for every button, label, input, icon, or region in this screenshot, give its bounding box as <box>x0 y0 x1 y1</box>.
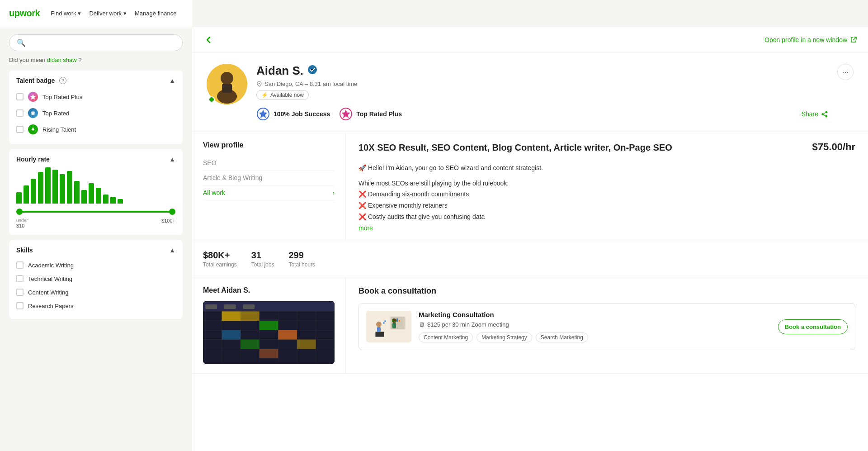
top-rated-icon <box>28 108 38 118</box>
page-layout: 🔍 aidan shaw Did you mean didan shaw ? T… <box>0 0 868 451</box>
view-profile-panel: View profile SEO Article & Blog Writing … <box>192 132 346 241</box>
did-you-mean-link[interactable]: didan shaw <box>47 57 77 63</box>
svg-point-47 <box>376 322 382 327</box>
talent-badge-header[interactable]: Talent badge ? ▲ <box>16 77 175 84</box>
talent-badge-filter: Talent badge ? ▲ Top Rated Plus Top Rate… <box>9 71 183 144</box>
more-link[interactable]: more <box>359 224 855 232</box>
video-thumbnail[interactable] <box>203 301 335 364</box>
open-profile-link[interactable]: Open profile in a new window <box>764 36 857 43</box>
back-button[interactable] <box>203 34 214 45</box>
range-handle-left[interactable] <box>16 209 23 215</box>
content-writing-checkbox[interactable] <box>16 289 24 296</box>
profile-nav-all-work[interactable]: All work › <box>203 185 335 200</box>
consult-title: Marketing Consultation <box>419 311 771 318</box>
svg-rect-44 <box>394 321 396 322</box>
chart-bar <box>67 171 72 204</box>
filter-item-rising-talent: Rising Talent <box>16 121 175 138</box>
svg-rect-26 <box>222 312 241 321</box>
book-consultation-button[interactable]: Book a consultation <box>778 319 848 334</box>
profile-top: Aidan S. San Diego, CA – 8:31 am local t… <box>207 64 854 121</box>
profile-badges: 100% Job Success Top Rated Plus Share <box>256 107 828 121</box>
svg-rect-29 <box>278 330 297 340</box>
svg-rect-28 <box>259 321 278 330</box>
svg-rect-7 <box>222 84 232 93</box>
consult-tags: Content Marketing Marketing Strategy Sea… <box>419 332 771 342</box>
profile-nav-article-writing[interactable]: Article & Blog Writing <box>203 171 335 185</box>
svg-rect-46 <box>399 320 400 322</box>
available-badge: ⚡ Available now <box>256 90 309 100</box>
hourly-rate-header[interactable]: Hourly rate ▲ <box>16 156 175 163</box>
hourly-rate-slider[interactable] <box>16 207 175 216</box>
svg-rect-37 <box>243 304 255 309</box>
avatar-wrap <box>207 64 247 104</box>
filter-item-technical-writing: Technical Writing <box>16 272 175 285</box>
top-rated-checkbox[interactable] <box>16 109 24 117</box>
hours-value: 299 <box>288 250 315 261</box>
collapse-icon: ▲ <box>169 247 175 254</box>
svg-rect-27 <box>241 312 259 321</box>
profile-nav-seo[interactable]: SEO <box>203 156 335 171</box>
rising-talent-icon <box>28 124 38 134</box>
svg-marker-11 <box>259 109 268 118</box>
profile-name: Aidan S. <box>256 64 828 78</box>
chart-bar <box>89 183 94 204</box>
earnings-label: Total earnings <box>203 261 237 268</box>
top-rated-plus-icon <box>28 92 38 102</box>
svg-point-51 <box>383 322 385 324</box>
nav-deliver-work[interactable]: Deliver work ▾ <box>89 10 127 17</box>
hourly-rate-filter: Hourly rate ▲ <box>9 149 183 235</box>
filter-item-top-rated-plus: Top Rated Plus <box>16 89 175 105</box>
upwork-logo: upwork <box>9 8 40 19</box>
filter-item-research-papers: Research Papers <box>16 299 175 313</box>
tag-search-marketing: Search Marketing <box>536 332 588 342</box>
svg-rect-43 <box>392 319 393 322</box>
profile-panel: Open profile in a new window <box>192 27 868 451</box>
academic-writing-checkbox[interactable] <box>16 261 24 269</box>
svg-marker-13 <box>342 109 350 118</box>
range-track <box>16 211 175 213</box>
tag-content-marketing: Content Marketing <box>419 332 473 342</box>
svg-rect-3 <box>33 130 33 131</box>
share-button[interactable]: Share <box>802 110 828 118</box>
svg-marker-0 <box>30 94 36 100</box>
job-success-badge: 100% Job Success <box>256 107 330 121</box>
chart-bar <box>118 199 123 204</box>
nav-manage-finance[interactable]: Manage finance <box>135 10 177 17</box>
technical-writing-checkbox[interactable] <box>16 275 24 282</box>
consult-info: Marketing Consultation 🖥 $125 per 30 min… <box>419 311 771 342</box>
chevron-right-icon: › <box>332 189 335 196</box>
svg-rect-33 <box>259 349 278 359</box>
filter-item-top-rated: Top Rated <box>16 105 175 121</box>
academic-writing-label: Academic Writing <box>28 262 74 269</box>
talent-badge-title: Talent badge ? <box>16 77 66 84</box>
nav-find-work[interactable]: Find work ▾ <box>51 10 81 17</box>
did-you-mean: Did you mean didan shaw ? <box>9 57 183 63</box>
rising-talent-checkbox[interactable] <box>16 126 24 133</box>
search-input[interactable]: aidan shaw <box>28 39 175 47</box>
more-options-button[interactable]: ··· <box>837 64 854 80</box>
range-labels: under $10 $100+ <box>16 218 175 228</box>
stats-row: $80K+ Total earnings 31 Total jobs 299 T… <box>192 241 868 277</box>
range-handle-right[interactable] <box>169 209 175 215</box>
top-rated-plus-checkbox[interactable] <box>16 93 24 100</box>
chart-bar <box>103 195 108 204</box>
pain-point-1: ❌ Demanding six-month commitments <box>359 189 855 200</box>
chart-bar <box>45 167 51 204</box>
svg-rect-34 <box>203 302 335 312</box>
earnings-value: $80K+ <box>203 250 237 261</box>
search-icon: 🔍 <box>17 38 26 47</box>
search-bar[interactable]: 🔍 aidan shaw <box>9 34 183 51</box>
skills-filter: Skills ▲ Academic Writing Technical Writ… <box>9 240 183 319</box>
skills-header[interactable]: Skills ▲ <box>16 247 175 254</box>
research-papers-checkbox[interactable] <box>16 302 24 309</box>
profile-content: View profile SEO Article & Blog Writing … <box>192 132 868 241</box>
top-rated-plus-label: Top Rated Plus <box>42 94 82 100</box>
stat-hours: 299 Total hours <box>288 250 315 268</box>
rising-talent-label: Rising Talent <box>42 126 76 133</box>
svg-rect-45 <box>396 318 398 322</box>
chart-bar <box>31 179 36 204</box>
collapse-icon: ▲ <box>169 156 175 163</box>
svg-rect-42 <box>392 323 396 328</box>
profile-info: Aidan S. San Diego, CA – 8:31 am local t… <box>256 64 828 121</box>
meet-section: Meet Aidan S. <box>192 277 868 374</box>
